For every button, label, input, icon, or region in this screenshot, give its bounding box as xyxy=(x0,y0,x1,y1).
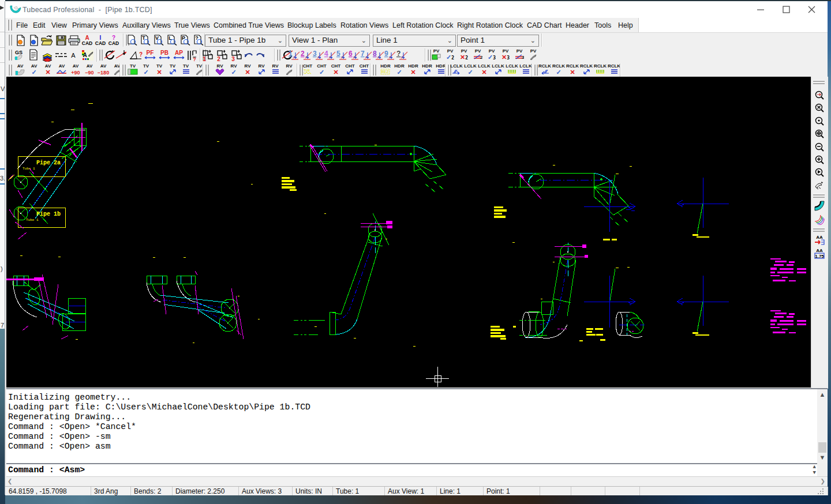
svg-text:1: 1 xyxy=(203,56,206,62)
svg-text:GS: GS xyxy=(15,50,23,55)
svg-text:3: 3 xyxy=(231,56,235,62)
svg-text:7: 7 xyxy=(361,50,365,58)
svg-text:PB: PB xyxy=(160,50,169,56)
svg-text:4: 4 xyxy=(324,50,328,58)
svg-text:Tube 1: Tube 1 xyxy=(26,218,39,222)
svg-text:?: ? xyxy=(139,51,143,58)
svg-text:Pipe 1b: Pipe 1b xyxy=(36,211,61,217)
svg-text:Tube 1: Tube 1 xyxy=(23,167,35,171)
svg-text:3: 3 xyxy=(522,55,524,59)
svg-text:3: 3 xyxy=(313,50,317,58)
svg-text:AA: AA xyxy=(816,235,823,240)
svg-text:2: 2 xyxy=(301,50,305,58)
svg-text:CAD: CAD xyxy=(95,40,106,46)
svg-text:Pipe 2a: Pipe 2a xyxy=(36,160,61,166)
svg-text:8: 8 xyxy=(373,50,377,58)
svg-text:1: 1 xyxy=(289,50,293,58)
svg-text:6: 6 xyxy=(349,50,353,58)
svg-text:2: 2 xyxy=(480,55,482,59)
svg-text:PF: PF xyxy=(147,50,154,56)
svg-text:A: A xyxy=(71,52,76,59)
svg-text:?: ? xyxy=(396,50,400,58)
svg-text:REZ: REZ xyxy=(381,70,389,74)
svg-text:AA: AA xyxy=(816,248,823,253)
svg-text:9: 9 xyxy=(384,50,388,58)
svg-text:5: 5 xyxy=(336,50,340,58)
svg-text:CAD: CAD xyxy=(82,40,92,46)
svg-text:1.75: 1.75 xyxy=(815,254,824,259)
svg-text:?: ? xyxy=(193,57,196,62)
svg-text:CAD: CAD xyxy=(108,40,119,46)
svg-text:2: 2 xyxy=(217,56,220,62)
svg-text:AP: AP xyxy=(175,50,183,56)
